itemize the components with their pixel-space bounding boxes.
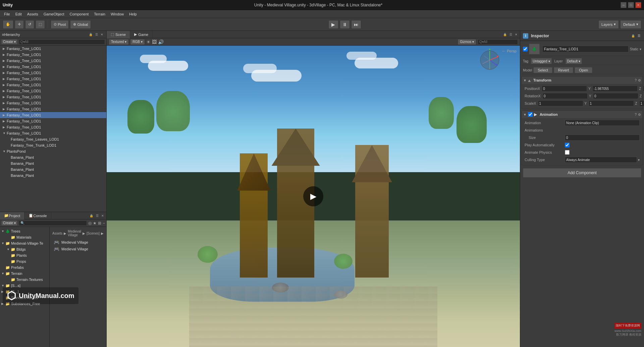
tab-game[interactable]: ▶ Game bbox=[130, 31, 153, 38]
scene-search-input[interactable] bbox=[478, 39, 518, 45]
scale-tool-button[interactable]: ⬚ bbox=[36, 20, 45, 29]
view-mode-dropdown[interactable]: Textured ▾ bbox=[109, 39, 129, 45]
breadcrumb-assets[interactable]: Assets bbox=[52, 232, 62, 235]
menu-edit[interactable]: Edit bbox=[13, 11, 24, 17]
close-button[interactable]: ✕ bbox=[635, 2, 641, 8]
maximize-button[interactable]: □ bbox=[628, 2, 634, 8]
breadcrumb-medieval-village[interactable]: Medieval Village bbox=[68, 230, 81, 237]
menu-assets[interactable]: Assets bbox=[24, 11, 41, 17]
animation-header[interactable]: ▼ ▶ Animation ? ⚙ bbox=[522, 111, 642, 118]
audio-icon[interactable]: 🔊 bbox=[158, 39, 164, 45]
tree-item[interactable]: Banana_Plant bbox=[0, 154, 106, 160]
animation-help-icon[interactable]: ? bbox=[635, 113, 637, 116]
play-auto-checkbox[interactable] bbox=[565, 143, 570, 147]
menu-terrain[interactable]: Terrain bbox=[91, 11, 108, 17]
breadcrumb-scenes[interactable]: [Scenes] bbox=[87, 232, 100, 235]
tree-item[interactable]: ▶Fantasy_Tree_LOD1 bbox=[0, 94, 106, 100]
scene-view[interactable]: ▶ bbox=[107, 46, 520, 347]
tab-console[interactable]: 📋 Console bbox=[24, 212, 51, 219]
add-component-button[interactable]: Add Component bbox=[523, 168, 641, 178]
minimize-button[interactable]: ─ bbox=[621, 2, 627, 8]
rotation-y-input[interactable] bbox=[593, 93, 638, 99]
rotate-tool-button[interactable]: ↺ bbox=[25, 20, 34, 29]
gizmos-dropdown[interactable]: Gizmos ▾ bbox=[458, 39, 476, 45]
menu-gameobject[interactable]: GameObject bbox=[41, 11, 67, 17]
move-tool-button[interactable]: ✛ bbox=[15, 20, 24, 29]
collapse-icon[interactable]: − bbox=[103, 221, 105, 226]
transform-settings-icon[interactable]: ⚙ bbox=[638, 79, 641, 82]
hand-tool-button[interactable]: ✋ bbox=[3, 20, 13, 29]
project-tree-bldgs[interactable]: ▼📁 Bldgs bbox=[0, 246, 49, 252]
tree-item[interactable]: ▶Fantasy_Tree_LOD1 bbox=[0, 52, 106, 58]
animation-enabled-checkbox[interactable] bbox=[528, 112, 533, 117]
tree-item[interactable]: ▶Fantasy_Tree_LOD1 bbox=[0, 100, 106, 106]
static-chevron-icon[interactable]: ▾ bbox=[640, 47, 641, 51]
tree-item[interactable]: ▶Fantasy_Tree_LOD1 bbox=[0, 64, 106, 70]
tree-item[interactable]: Banana_Plant bbox=[0, 172, 106, 179]
tree-item[interactable]: Banana_Plant bbox=[0, 160, 106, 166]
project-tree-props[interactable]: 📁 Props bbox=[0, 258, 49, 264]
project-lock-icon[interactable]: 🔒 bbox=[89, 214, 94, 218]
tree-item[interactable]: ▶Fantasy_Tree_LOD1 bbox=[0, 124, 106, 130]
object-active-checkbox[interactable] bbox=[523, 47, 528, 51]
open-button[interactable]: Open bbox=[575, 67, 592, 73]
scene-play-overlay[interactable]: ▶ bbox=[303, 186, 323, 206]
pause-button[interactable]: ⏸ bbox=[340, 20, 350, 29]
culling-type-input[interactable] bbox=[565, 157, 637, 163]
tree-item[interactable]: Banana_Plant bbox=[0, 166, 106, 172]
tree-item[interactable]: ▶Fantasy_Tree_LOD1 bbox=[0, 88, 106, 94]
tree-item[interactable]: ▼Fantasy_Tree_LOD1 bbox=[0, 130, 106, 136]
project-tree-terrain[interactable]: ▼📁 Terrain bbox=[0, 270, 49, 277]
scene-close-icon[interactable]: ✕ bbox=[514, 33, 519, 37]
animate-physics-checkbox[interactable] bbox=[565, 150, 570, 155]
object-name-input[interactable] bbox=[542, 46, 629, 52]
size-input[interactable] bbox=[565, 135, 640, 141]
hierarchy-menu-icon[interactable]: ☰ bbox=[94, 33, 99, 37]
hierarchy-create-button[interactable]: Create ▾ bbox=[1, 39, 17, 44]
project-create-button[interactable]: Create ▾ bbox=[1, 220, 17, 226]
layers-dropdown[interactable]: Layers ▾ bbox=[598, 20, 619, 29]
file-item-medieval-village-2[interactable]: 🎮 Medieval Village bbox=[52, 246, 104, 252]
tab-project[interactable]: 📁 Project bbox=[0, 212, 24, 219]
hierarchy-search-input[interactable] bbox=[19, 39, 105, 45]
position-x-input[interactable] bbox=[542, 86, 587, 92]
tree-item[interactable]: ▶Fantasy_Tree_LOD1 bbox=[0, 82, 106, 88]
tree-item[interactable]: Fantasy_Tree_Trunk_LOD1 bbox=[0, 142, 106, 148]
project-tree-trees[interactable]: ▼🌲 Trees bbox=[0, 228, 49, 234]
rotation-x-input[interactable] bbox=[542, 93, 588, 99]
file-item-medieval-village-1[interactable]: 🎮 Medieval Village bbox=[52, 239, 104, 246]
expand-icon[interactable]: ⊞ bbox=[98, 221, 101, 226]
inspector-lock-icon[interactable]: 🔒 bbox=[630, 34, 636, 38]
scale-y-input[interactable] bbox=[589, 100, 634, 106]
tree-item[interactable]: ▶Fantasy_Tree_LOD1 bbox=[0, 76, 106, 82]
menu-file[interactable]: File bbox=[1, 11, 13, 17]
channel-dropdown[interactable]: RGB ▾ bbox=[130, 39, 145, 45]
sun-icon[interactable]: ☀ bbox=[146, 39, 151, 45]
project-tree-terrain-textures[interactable]: 📁 Terrain-Textures bbox=[0, 277, 49, 283]
project-search-input[interactable] bbox=[19, 220, 87, 226]
project-menu-icon[interactable]: ☰ bbox=[95, 214, 100, 218]
inspector-menu-icon[interactable]: ☰ bbox=[637, 34, 641, 38]
pivot-button[interactable]: ⊙ Pivot bbox=[51, 20, 69, 29]
tree-item[interactable]: ▶Fantasy_Tree_LOD1 bbox=[0, 46, 106, 52]
default-dropdown[interactable]: Default ▾ bbox=[620, 20, 641, 29]
project-tree-medieval[interactable]: ▼📁 Medieval-Village-Te bbox=[0, 240, 49, 246]
image-icon[interactable]: 🖼 bbox=[152, 39, 157, 45]
transform-help-icon[interactable]: ? bbox=[635, 79, 637, 82]
menu-component[interactable]: Component bbox=[67, 11, 91, 17]
animation-clip-input[interactable] bbox=[565, 120, 640, 126]
culling-type-chevron-icon[interactable]: ▾ bbox=[638, 158, 640, 162]
project-close-icon[interactable]: ✕ bbox=[100, 214, 105, 218]
tree-item-plantspond[interactable]: ▼PlantsPond bbox=[0, 148, 106, 154]
tree-item-selected[interactable]: ▶Fantasy_Tree_LOD1 bbox=[0, 112, 106, 118]
scene-menu-icon[interactable]: ☰ bbox=[508, 33, 513, 37]
project-tree-prefabs[interactable]: 📁 Prefabs bbox=[0, 264, 49, 270]
tab-scene[interactable]: ⬚ Scene bbox=[107, 31, 130, 38]
project-tree-materials[interactable]: 📁 Materials bbox=[0, 234, 49, 240]
tree-item[interactable]: ▶Fantasy_Tree_LOD1 bbox=[0, 118, 106, 124]
filter-icon[interactable]: ◎ bbox=[88, 221, 92, 226]
step-button[interactable]: ⏭ bbox=[351, 20, 361, 29]
global-button[interactable]: ⊕ Global bbox=[70, 20, 91, 29]
menu-help[interactable]: Help bbox=[126, 11, 140, 17]
revert-button[interactable]: Revert bbox=[554, 67, 573, 73]
